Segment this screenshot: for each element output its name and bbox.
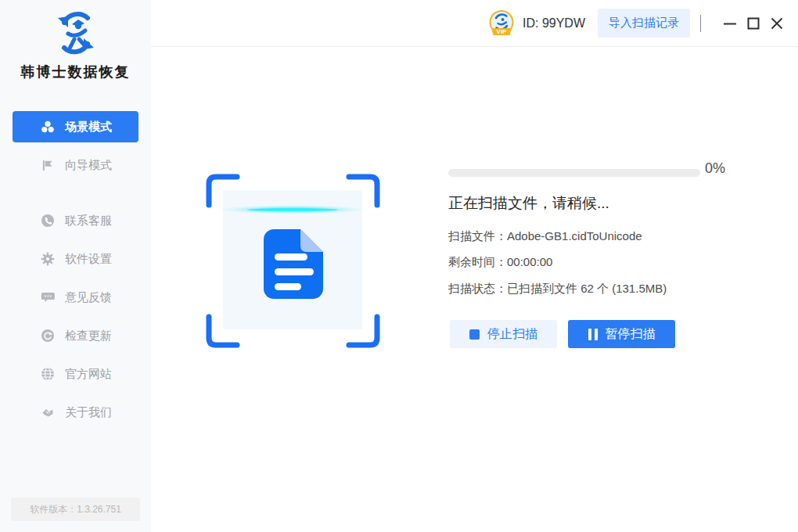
document-icon — [264, 229, 323, 299]
pause-scan-label: 暂停扫描 — [606, 326, 656, 343]
sidebar-item-label: 检查更新 — [65, 329, 112, 343]
remaining-time-line: 剩余时间：00:00:00 — [448, 255, 552, 270]
scan-status-heading: 正在扫描文件，请稍候... — [448, 193, 609, 214]
update-refresh-icon — [40, 329, 55, 343]
sidebar: 韩博士数据恢复 场景模式 向导模式 联系客服 — [0, 0, 151, 532]
scan-line — [247, 208, 338, 211]
titlebar: VIP ID: 99YDW 导入扫描记录 — [151, 0, 798, 47]
sidebar-item-official-website[interactable]: 官方网站 — [13, 358, 138, 390]
stop-icon — [469, 329, 480, 340]
version-badge: 软件版本：1.3.26.751 — [11, 498, 140, 521]
sidebar-item-label: 关于我们 — [65, 405, 112, 420]
scan-action-buttons: 停止扫描 暂停扫描 — [450, 320, 675, 348]
sidebar-item-label: 意见反馈 — [65, 290, 112, 305]
minimize-icon — [723, 16, 737, 31]
maximize-button[interactable] — [745, 13, 762, 34]
sidebar-item-label: 联系客服 — [65, 214, 112, 228]
globe-icon — [40, 367, 55, 381]
sidebar-item-check-updates[interactable]: 检查更新 — [13, 320, 138, 351]
flag-icon — [40, 159, 55, 172]
phone-icon — [40, 214, 55, 228]
titlebar-divider — [700, 15, 701, 32]
remaining-time-label: 剩余时间： — [448, 255, 507, 268]
scan-state-label: 扫描状态： — [448, 282, 507, 295]
sidebar-item-settings[interactable]: 软件设置 — [13, 243, 138, 275]
nav-group-gap — [0, 188, 151, 205]
sidebar-item-wizard-mode[interactable]: 向导模式 — [13, 149, 138, 181]
stop-scan-label: 停止扫描 — [487, 326, 537, 343]
scan-progress-bar — [448, 169, 700, 177]
sidebar-item-label: 场景模式 — [65, 120, 112, 135]
scan-file-label: 扫描文件： — [448, 229, 507, 243]
maximize-icon — [747, 17, 760, 30]
minimize-button[interactable] — [721, 13, 739, 34]
remaining-time-value: 00:00:00 — [507, 255, 552, 268]
vip-badge-label: VIP — [497, 28, 508, 35]
sidebar-item-label: 官方网站 — [65, 367, 112, 382]
sidebar-item-label: 软件设置 — [65, 252, 112, 267]
handshake-icon — [40, 405, 55, 419]
app-logo: 韩博士数据恢复 — [0, 0, 151, 81]
scan-file-line: 扫描文件：Adobe-GB1.cidToUnicode — [448, 229, 642, 244]
close-icon — [771, 17, 783, 30]
close-button[interactable] — [768, 13, 785, 34]
scan-progress-percent: 0% — [705, 160, 725, 177]
pause-scan-button[interactable]: 暂停扫描 — [568, 320, 675, 348]
pause-icon — [588, 329, 598, 340]
scan-state-value: 已扫描到文件 62 个 (131.5MB) — [507, 282, 667, 295]
main-content: 0% 正在扫描文件，请稍候... 扫描文件：Adobe-GB1.cidToUni… — [151, 48, 798, 532]
feedback-bubble-icon — [40, 290, 55, 304]
window-controls — [715, 13, 785, 34]
gear-icon — [40, 252, 55, 266]
scene-mode-icon — [40, 120, 55, 134]
sidebar-item-label: 向导模式 — [65, 158, 112, 173]
sidebar-item-about-us[interactable]: 关于我们 — [13, 397, 138, 428]
app-window: 韩博士数据恢复 场景模式 向导模式 联系客服 — [0, 0, 798, 532]
sidebar-nav: 场景模式 向导模式 联系客服 — [0, 111, 151, 428]
scan-animation — [206, 174, 380, 348]
user-id-label: ID: 99YDW — [523, 16, 585, 31]
stop-scan-button[interactable]: 停止扫描 — [450, 320, 557, 348]
scan-state-line: 扫描状态：已扫描到文件 62 个 (131.5MB) — [448, 282, 667, 297]
import-scan-records-button[interactable]: 导入扫描记录 — [598, 9, 690, 38]
recovery-logo-icon — [47, 9, 105, 56]
scan-file-value: Adobe-GB1.cidToUnicode — [507, 229, 642, 243]
brand-name: 韩博士数据恢复 — [0, 63, 151, 81]
sidebar-item-scene-mode[interactable]: 场景模式 — [13, 111, 138, 142]
sidebar-item-feedback[interactable]: 意见反馈 — [13, 282, 138, 313]
sidebar-item-contact-support[interactable]: 联系客服 — [13, 205, 138, 236]
vip-avatar[interactable]: VIP — [487, 9, 516, 38]
